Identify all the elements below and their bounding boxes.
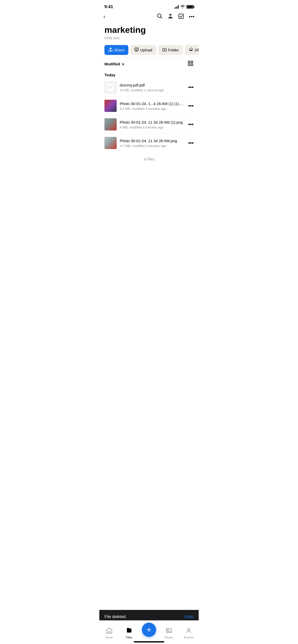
upload-label: Upload	[140, 48, 152, 52]
battery-icon	[186, 5, 194, 9]
sort-bar: Modified ∨	[99, 57, 199, 70]
file-thumbnail	[104, 81, 117, 93]
back-button[interactable]: ‹	[103, 13, 105, 20]
svg-rect-2	[168, 17, 172, 18]
svg-line-1	[161, 17, 162, 19]
file-meta: 4.2 MB, modified 4 minutes ago	[120, 107, 185, 111]
file-more-button[interactable]: •••	[185, 83, 194, 91]
section-today-label: Today	[104, 73, 194, 77]
svg-rect-11	[191, 64, 193, 66]
file-meta: 13 KB, modified 1 second ago	[120, 88, 185, 92]
nav-actions: •••	[157, 13, 195, 20]
file-item[interactable]: Photo 30-01-24, 1...4 26 AM (1) (1).png …	[104, 97, 194, 115]
upload-btn-icon	[134, 48, 139, 52]
file-more-button[interactable]: •••	[185, 102, 194, 110]
status-icons	[174, 5, 194, 9]
page-subtitle: Only you	[104, 36, 194, 40]
offline-label: Offlin	[195, 48, 199, 52]
svg-rect-3	[168, 18, 172, 18]
file-more-button[interactable]: •••	[185, 121, 194, 128]
sort-chevron-icon: ∨	[122, 62, 124, 66]
signal-icon	[174, 5, 179, 9]
file-name: Photo 30-01-24, 11 34 26 AM.png	[120, 138, 185, 143]
section-today: Today	[99, 70, 199, 78]
page-header: marketing Only you	[99, 23, 199, 41]
file-name: dummy.pdf.pdf	[120, 83, 185, 88]
file-item[interactable]: Photo 30-01-24, 11 34 26 AM.png 4.2 MB, …	[104, 134, 194, 152]
file-item[interactable]: dummy.pdf.pdf 13 KB, modified 1 second a…	[104, 78, 194, 97]
offline-icon	[189, 48, 193, 52]
nav-bar: ‹ •••	[99, 12, 199, 23]
file-item[interactable]: Photo 30-01-24, 11 34 26 AM (1).png 4 MB…	[104, 115, 194, 134]
file-info: Photo 30-01-24, 1...4 26 AM (1) (1).png …	[120, 101, 185, 111]
file-meta: 4.2 MB, modified 4 minutes ago	[120, 144, 185, 148]
sort-label-text: Modified	[104, 62, 120, 66]
search-icon[interactable]	[157, 13, 162, 20]
files-count: 4 Files	[99, 152, 199, 166]
file-meta: 4 MB, modified 4 minutes ago	[120, 125, 185, 129]
sort-button[interactable]: Modified ∨	[104, 62, 124, 66]
file-info: Photo 30-01-24, 11 34 26 AM.png 4.2 MB, …	[120, 138, 185, 148]
file-name: Photo 30-01-24, 1...4 26 AM (1) (1).png	[120, 101, 185, 106]
file-thumbnail	[104, 137, 117, 149]
file-thumbnail	[104, 118, 117, 130]
svg-rect-9	[191, 61, 193, 63]
folder-icon	[162, 48, 167, 52]
svg-rect-8	[188, 61, 190, 63]
status-bar: 9:41	[99, 0, 199, 12]
folder-button[interactable]: Folder	[158, 45, 183, 55]
file-list: dummy.pdf.pdf 13 KB, modified 1 second a…	[99, 78, 199, 152]
share-button[interactable]: Share	[104, 45, 128, 55]
upload-button[interactable]: Upload	[130, 45, 156, 55]
more-icon[interactable]: •••	[189, 14, 195, 19]
upload-icon[interactable]	[168, 13, 173, 20]
grid-toggle-button[interactable]	[187, 60, 194, 68]
file-name: Photo 30-01-24, 11 34 26 AM (1).png	[120, 120, 185, 125]
folder-label: Folder	[168, 48, 179, 52]
share-label: Share	[114, 48, 124, 52]
select-icon[interactable]	[178, 13, 184, 20]
svg-rect-5	[109, 50, 112, 51]
file-info: Photo 30-01-24, 11 34 26 AM (1).png 4 MB…	[120, 120, 185, 129]
offline-button[interactable]: Offlin	[185, 45, 199, 55]
share-icon	[109, 48, 113, 52]
file-more-button[interactable]: •••	[185, 139, 194, 147]
wifi-icon	[180, 5, 185, 9]
status-time: 9:41	[104, 4, 113, 9]
action-buttons: Share Upload Folder	[99, 41, 199, 57]
file-thumbnail	[104, 100, 117, 112]
svg-rect-4	[179, 14, 183, 19]
file-info: dummy.pdf.pdf 13 KB, modified 1 second a…	[120, 83, 185, 92]
page-title: marketing	[104, 25, 194, 35]
svg-rect-10	[188, 64, 190, 66]
